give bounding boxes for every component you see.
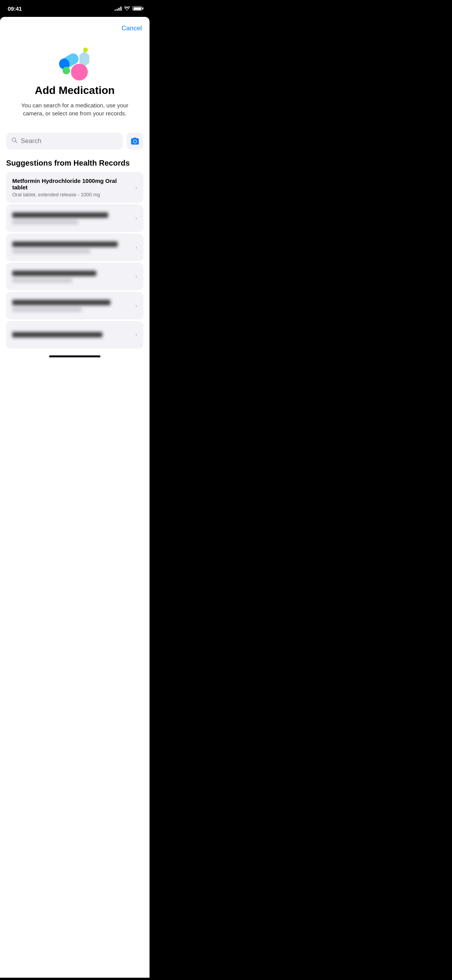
suggestions-title: Suggestions from Health Records bbox=[6, 159, 143, 168]
svg-point-5 bbox=[71, 64, 88, 81]
chevron-right-icon: › bbox=[135, 184, 137, 191]
status-icons bbox=[115, 5, 142, 12]
page-title: Add Medication bbox=[35, 84, 115, 97]
wifi-icon bbox=[124, 5, 130, 12]
medication-item-3[interactable]: › bbox=[6, 233, 143, 261]
medication-item-6[interactable]: › bbox=[6, 321, 143, 349]
chevron-right-icon-3: › bbox=[135, 244, 137, 251]
medication-item-4[interactable]: › bbox=[6, 263, 143, 290]
hero-section: Add Medication You can search for a medi… bbox=[0, 37, 150, 133]
redacted-subtitle-line bbox=[12, 220, 78, 224]
chevron-right-icon-4: › bbox=[135, 273, 137, 280]
redacted-subtitle-line-5 bbox=[12, 307, 82, 312]
search-bar-container[interactable] bbox=[6, 133, 123, 150]
chevron-right-icon-5: › bbox=[135, 302, 137, 309]
medication-item-5[interactable]: › bbox=[6, 292, 143, 319]
signal-bar-2 bbox=[117, 9, 118, 11]
medication-item-2[interactable]: › bbox=[6, 204, 143, 232]
medication-item-6-content bbox=[12, 332, 132, 337]
battery-fill bbox=[133, 7, 141, 10]
redacted-subtitle-line-3 bbox=[12, 249, 90, 253]
chevron-right-icon-2: › bbox=[135, 215, 137, 222]
signal-bar-1 bbox=[115, 10, 116, 11]
medication-item-1-subtitle: Oral tablet, extended release - 1000 mg bbox=[12, 192, 132, 197]
camera-icon bbox=[130, 137, 140, 146]
signal-bar-3 bbox=[118, 8, 120, 11]
search-icon bbox=[12, 137, 18, 145]
svg-point-4 bbox=[62, 67, 70, 74]
signal-bar-4 bbox=[120, 7, 122, 11]
medication-icon bbox=[52, 44, 98, 84]
medication-item-2-content bbox=[12, 212, 132, 224]
svg-point-6 bbox=[83, 48, 88, 52]
nav-bar: Cancel bbox=[0, 17, 150, 37]
search-input[interactable] bbox=[21, 137, 117, 145]
redacted-subtitle-line-4 bbox=[12, 278, 72, 283]
home-indicator bbox=[49, 355, 100, 357]
page-subtitle: You can search for a medication, use you… bbox=[12, 101, 138, 117]
status-bar: 09:41 bbox=[0, 0, 150, 17]
medication-list: Metformin Hydrochloride 1000mg Oral tabl… bbox=[6, 172, 143, 349]
medication-item-1[interactable]: Metformin Hydrochloride 1000mg Oral tabl… bbox=[6, 172, 143, 203]
cancel-button[interactable]: Cancel bbox=[122, 25, 142, 32]
camera-button[interactable] bbox=[127, 133, 143, 150]
redacted-title-line-3 bbox=[12, 242, 118, 247]
redacted-title-line-6 bbox=[12, 332, 102, 337]
status-time: 09:41 bbox=[8, 5, 22, 12]
battery-icon bbox=[132, 6, 142, 11]
search-section bbox=[0, 133, 150, 159]
signal-bars-icon bbox=[115, 6, 122, 11]
chevron-right-icon-6: › bbox=[135, 331, 137, 338]
redacted-title-line bbox=[12, 212, 108, 218]
redacted-title-line-4 bbox=[12, 271, 96, 276]
suggestions-section: Suggestions from Health Records Metformi… bbox=[0, 159, 150, 349]
medication-item-1-title: Metformin Hydrochloride 1000mg Oral tabl… bbox=[12, 178, 132, 191]
medication-item-5-content bbox=[12, 300, 132, 312]
medication-item-1-content: Metformin Hydrochloride 1000mg Oral tabl… bbox=[12, 178, 132, 197]
medication-item-3-content bbox=[12, 242, 132, 253]
medication-item-4-content bbox=[12, 271, 132, 283]
redacted-title-line-5 bbox=[12, 300, 110, 305]
modal-sheet: Cancel Add Medication bbox=[0, 17, 150, 978]
